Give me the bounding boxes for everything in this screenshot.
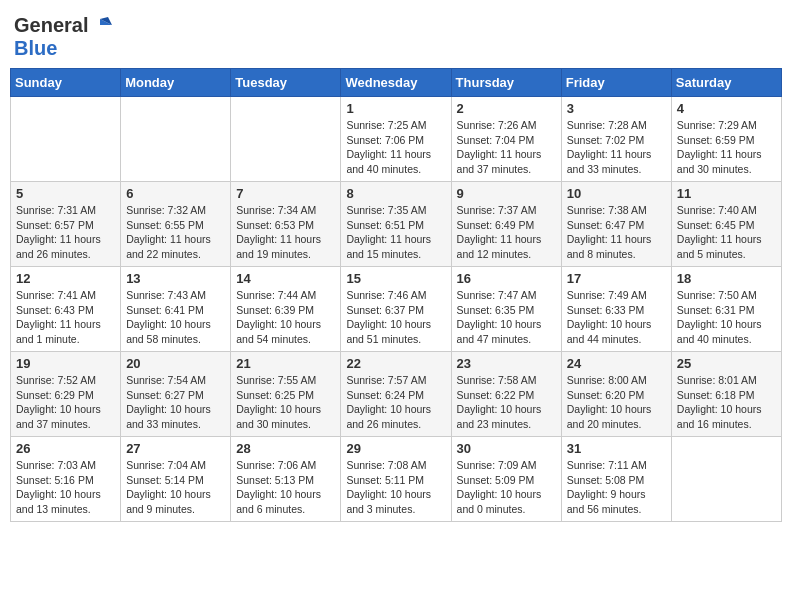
day-number: 14 [236,271,335,286]
day-number: 19 [16,356,115,371]
day-info: Sunrise: 7:03 AMSunset: 5:16 PMDaylight:… [16,458,115,517]
weekday-header-friday: Friday [561,69,671,97]
day-info: Sunrise: 7:09 AMSunset: 5:09 PMDaylight:… [457,458,556,517]
day-number: 22 [346,356,445,371]
page-header: General Blue [10,10,782,60]
calendar-cell: 28Sunrise: 7:06 AMSunset: 5:13 PMDayligh… [231,437,341,522]
day-number: 9 [457,186,556,201]
day-info: Sunrise: 7:38 AMSunset: 6:47 PMDaylight:… [567,203,666,262]
day-info: Sunrise: 8:01 AMSunset: 6:18 PMDaylight:… [677,373,776,432]
calendar-week-row: 19Sunrise: 7:52 AMSunset: 6:29 PMDayligh… [11,352,782,437]
day-number: 13 [126,271,225,286]
calendar-cell: 9Sunrise: 7:37 AMSunset: 6:49 PMDaylight… [451,182,561,267]
calendar-cell: 21Sunrise: 7:55 AMSunset: 6:25 PMDayligh… [231,352,341,437]
day-info: Sunrise: 7:31 AMSunset: 6:57 PMDaylight:… [16,203,115,262]
calendar-cell: 5Sunrise: 7:31 AMSunset: 6:57 PMDaylight… [11,182,121,267]
day-info: Sunrise: 7:29 AMSunset: 6:59 PMDaylight:… [677,118,776,177]
calendar-cell [671,437,781,522]
day-info: Sunrise: 7:49 AMSunset: 6:33 PMDaylight:… [567,288,666,347]
calendar-week-row: 12Sunrise: 7:41 AMSunset: 6:43 PMDayligh… [11,267,782,352]
calendar-cell: 26Sunrise: 7:03 AMSunset: 5:16 PMDayligh… [11,437,121,522]
calendar-cell: 1Sunrise: 7:25 AMSunset: 7:06 PMDaylight… [341,97,451,182]
weekday-header-wednesday: Wednesday [341,69,451,97]
calendar-cell: 22Sunrise: 7:57 AMSunset: 6:24 PMDayligh… [341,352,451,437]
day-number: 1 [346,101,445,116]
day-info: Sunrise: 7:57 AMSunset: 6:24 PMDaylight:… [346,373,445,432]
calendar-cell: 3Sunrise: 7:28 AMSunset: 7:02 PMDaylight… [561,97,671,182]
weekday-header-tuesday: Tuesday [231,69,341,97]
calendar-cell [121,97,231,182]
weekday-header-sunday: Sunday [11,69,121,97]
day-number: 24 [567,356,666,371]
logo: General Blue [14,14,112,60]
calendar-cell: 14Sunrise: 7:44 AMSunset: 6:39 PMDayligh… [231,267,341,352]
day-number: 30 [457,441,556,456]
day-info: Sunrise: 7:50 AMSunset: 6:31 PMDaylight:… [677,288,776,347]
calendar-cell: 30Sunrise: 7:09 AMSunset: 5:09 PMDayligh… [451,437,561,522]
calendar-cell: 25Sunrise: 8:01 AMSunset: 6:18 PMDayligh… [671,352,781,437]
calendar-cell: 15Sunrise: 7:46 AMSunset: 6:37 PMDayligh… [341,267,451,352]
calendar-cell: 11Sunrise: 7:40 AMSunset: 6:45 PMDayligh… [671,182,781,267]
day-info: Sunrise: 7:52 AMSunset: 6:29 PMDaylight:… [16,373,115,432]
calendar-cell: 18Sunrise: 7:50 AMSunset: 6:31 PMDayligh… [671,267,781,352]
calendar-cell: 27Sunrise: 7:04 AMSunset: 5:14 PMDayligh… [121,437,231,522]
day-number: 7 [236,186,335,201]
day-number: 25 [677,356,776,371]
day-info: Sunrise: 7:47 AMSunset: 6:35 PMDaylight:… [457,288,556,347]
calendar-table: SundayMondayTuesdayWednesdayThursdayFrid… [10,68,782,522]
day-info: Sunrise: 7:40 AMSunset: 6:45 PMDaylight:… [677,203,776,262]
calendar-cell: 13Sunrise: 7:43 AMSunset: 6:41 PMDayligh… [121,267,231,352]
day-info: Sunrise: 7:54 AMSunset: 6:27 PMDaylight:… [126,373,225,432]
day-info: Sunrise: 7:08 AMSunset: 5:11 PMDaylight:… [346,458,445,517]
day-number: 21 [236,356,335,371]
day-info: Sunrise: 7:55 AMSunset: 6:25 PMDaylight:… [236,373,335,432]
weekday-header-saturday: Saturday [671,69,781,97]
weekday-header-monday: Monday [121,69,231,97]
day-info: Sunrise: 7:41 AMSunset: 6:43 PMDaylight:… [16,288,115,347]
day-number: 6 [126,186,225,201]
day-info: Sunrise: 7:43 AMSunset: 6:41 PMDaylight:… [126,288,225,347]
day-number: 23 [457,356,556,371]
day-info: Sunrise: 7:04 AMSunset: 5:14 PMDaylight:… [126,458,225,517]
weekday-header-thursday: Thursday [451,69,561,97]
calendar-cell: 2Sunrise: 7:26 AMSunset: 7:04 PMDaylight… [451,97,561,182]
weekday-header-row: SundayMondayTuesdayWednesdayThursdayFrid… [11,69,782,97]
calendar-cell: 4Sunrise: 7:29 AMSunset: 6:59 PMDaylight… [671,97,781,182]
calendar-cell [231,97,341,182]
calendar-cell: 24Sunrise: 8:00 AMSunset: 6:20 PMDayligh… [561,352,671,437]
day-number: 17 [567,271,666,286]
day-info: Sunrise: 7:06 AMSunset: 5:13 PMDaylight:… [236,458,335,517]
calendar-cell: 16Sunrise: 7:47 AMSunset: 6:35 PMDayligh… [451,267,561,352]
day-number: 2 [457,101,556,116]
logo-blue: Blue [14,37,57,60]
calendar-week-row: 1Sunrise: 7:25 AMSunset: 7:06 PMDaylight… [11,97,782,182]
logo-general: General [14,14,88,37]
calendar-cell: 20Sunrise: 7:54 AMSunset: 6:27 PMDayligh… [121,352,231,437]
day-number: 29 [346,441,445,456]
day-number: 27 [126,441,225,456]
calendar-cell: 17Sunrise: 7:49 AMSunset: 6:33 PMDayligh… [561,267,671,352]
day-number: 16 [457,271,556,286]
calendar-cell: 31Sunrise: 7:11 AMSunset: 5:08 PMDayligh… [561,437,671,522]
day-number: 18 [677,271,776,286]
day-number: 12 [16,271,115,286]
calendar-cell: 6Sunrise: 7:32 AMSunset: 6:55 PMDaylight… [121,182,231,267]
day-info: Sunrise: 7:35 AMSunset: 6:51 PMDaylight:… [346,203,445,262]
day-info: Sunrise: 7:34 AMSunset: 6:53 PMDaylight:… [236,203,335,262]
day-number: 31 [567,441,666,456]
day-info: Sunrise: 7:25 AMSunset: 7:06 PMDaylight:… [346,118,445,177]
day-number: 5 [16,186,115,201]
calendar-week-row: 26Sunrise: 7:03 AMSunset: 5:16 PMDayligh… [11,437,782,522]
day-info: Sunrise: 7:37 AMSunset: 6:49 PMDaylight:… [457,203,556,262]
day-info: Sunrise: 7:28 AMSunset: 7:02 PMDaylight:… [567,118,666,177]
calendar-cell: 19Sunrise: 7:52 AMSunset: 6:29 PMDayligh… [11,352,121,437]
day-number: 10 [567,186,666,201]
day-info: Sunrise: 7:46 AMSunset: 6:37 PMDaylight:… [346,288,445,347]
day-number: 4 [677,101,776,116]
day-info: Sunrise: 7:11 AMSunset: 5:08 PMDaylight:… [567,458,666,517]
day-number: 20 [126,356,225,371]
calendar-cell: 29Sunrise: 7:08 AMSunset: 5:11 PMDayligh… [341,437,451,522]
logo-bird-icon [90,15,112,37]
day-number: 26 [16,441,115,456]
calendar-week-row: 5Sunrise: 7:31 AMSunset: 6:57 PMDaylight… [11,182,782,267]
